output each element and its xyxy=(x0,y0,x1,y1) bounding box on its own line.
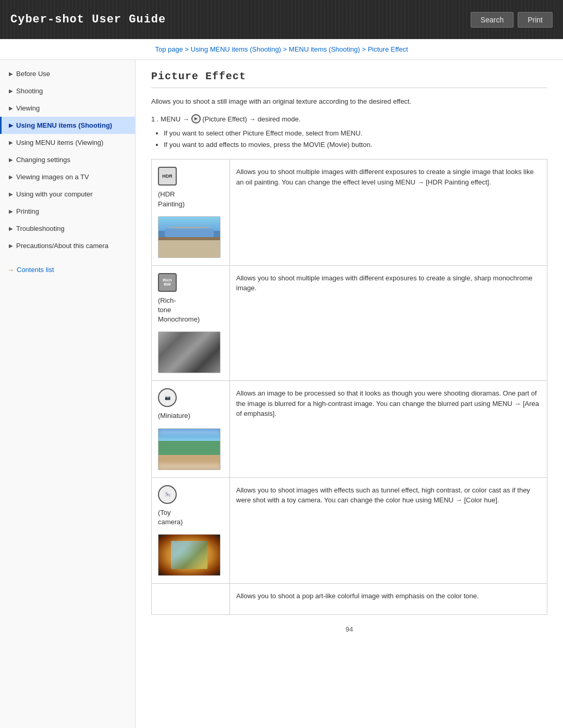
effect-cell-left-toy: 🎠 (Toycamera) xyxy=(152,477,230,583)
search-button[interactable]: Search xyxy=(471,12,513,28)
sidebar-item-shooting[interactable]: ▶ Shooting xyxy=(0,82,135,100)
header-buttons: Search Print xyxy=(471,12,553,28)
sidebar-item-label: Troubleshooting xyxy=(16,225,65,232)
arrow-icon: ▶ xyxy=(9,208,13,214)
page-number: 94 xyxy=(151,620,547,638)
arrow-icon: ▶ xyxy=(9,105,13,111)
sidebar-item-label: Before Use xyxy=(16,70,50,78)
hdr-description: Allows you to shoot multiple images with… xyxy=(236,168,534,186)
toy-image xyxy=(158,534,221,576)
bullet-item: If you want to select other Picture Effe… xyxy=(164,128,547,139)
print-button[interactable]: Print xyxy=(518,12,553,28)
sidebar-item-precautions[interactable]: ▶ Precautions/About this camera xyxy=(0,237,135,254)
sidebar-item-viewing-images-tv[interactable]: ▶ Viewing images on a TV xyxy=(0,168,135,186)
intro-text: Allows you to shoot a still image with a… xyxy=(151,96,547,107)
arrow-icon: ▶ xyxy=(9,140,13,145)
sidebar-item-troubleshooting[interactable]: ▶ Troubleshooting xyxy=(0,220,135,237)
table-row: Rich BW (Rich-toneMonochrome) Allows you… xyxy=(152,265,547,381)
breadcrumb-sep2: > xyxy=(283,45,289,53)
sidebar-item-printing[interactable]: ▶ Printing xyxy=(0,203,135,220)
arrow-icon: ▶ xyxy=(9,122,13,128)
sidebar-item-label: Printing xyxy=(16,207,39,215)
effect-icon-area-mono: Rich BW (Rich-toneMonochrome) xyxy=(158,273,223,374)
arrow-icon: ▶ xyxy=(9,88,13,94)
page-header: Cyber-shot User Guide Search Print xyxy=(0,0,563,39)
arrow-icon: ▶ xyxy=(9,71,13,77)
effect-cell-right-mono: Allows you to shoot multiple images with… xyxy=(230,265,547,381)
sidebar-item-before-use[interactable]: ▶ Before Use xyxy=(0,65,135,82)
mini-description: Allows an image to be processed so that … xyxy=(236,389,539,417)
contents-list-link[interactable]: → Contents list xyxy=(0,261,135,279)
bullets-list: If you want to select other Picture Effe… xyxy=(164,128,547,151)
effects-table: HDR (HDRPainting) xyxy=(151,159,547,615)
mini-label: (Miniature) xyxy=(158,411,190,421)
step-number: 1 . MENU xyxy=(151,115,182,123)
menu-icon: ▶ xyxy=(191,114,201,124)
popart-description: Allows you to shoot a pop art-like color… xyxy=(236,592,479,600)
step-arrow1: → xyxy=(182,115,191,123)
mini-image xyxy=(158,428,221,470)
breadcrumb-sep1: > xyxy=(185,45,191,53)
arrow-icon: ▶ xyxy=(9,243,13,249)
arrow-icon: ▶ xyxy=(9,157,13,163)
breadcrumb: Top page > Using MENU items (Shooting) >… xyxy=(0,39,563,60)
mono-label: (Rich-toneMonochrome) xyxy=(158,296,200,325)
sidebar-item-changing-settings[interactable]: ▶ Changing settings xyxy=(0,151,135,168)
effect-cell-left-mini: 📷 (Miniature) xyxy=(152,381,230,477)
sidebar-item-using-menu-viewing[interactable]: ▶ Using MENU items (Viewing) xyxy=(0,134,135,151)
mono-description: Allows you to shoot multiple images with… xyxy=(236,274,532,292)
effect-cell-right-hdr: Allows you to shoot multiple images with… xyxy=(230,159,547,265)
effect-cell-right-popart: Allows you to shoot a pop art-like color… xyxy=(230,583,547,614)
toy-description: Allows you to shoot images with effects … xyxy=(236,486,530,504)
contents-arrow-icon: → xyxy=(7,266,14,274)
contents-link-label: Contents list xyxy=(17,266,54,274)
effect-cell-left-mono: Rich BW (Rich-toneMonochrome) xyxy=(152,265,230,381)
arrow-icon: ▶ xyxy=(9,191,13,197)
breadcrumb-link-menu-items[interactable]: MENU items (Shooting) xyxy=(289,45,360,53)
step-mid: (Picture Effect) → desired mode. xyxy=(202,115,300,123)
effect-cell-left-popart xyxy=(152,583,230,614)
sidebar-item-label: Viewing images on a TV xyxy=(16,173,89,181)
bullet-item: If you want to add effects to movies, pr… xyxy=(164,139,547,151)
sidebar-item-label: Shooting xyxy=(16,87,43,95)
breadcrumb-link-using-menu[interactable]: Using MENU items (Shooting) xyxy=(191,45,281,53)
app-title: Cyber-shot User Guide xyxy=(10,13,166,26)
sidebar-item-using-menu-shooting[interactable]: ▶ Using MENU items (Shooting) xyxy=(0,117,135,134)
effect-icon-area-hdr: HDR (HDRPainting) xyxy=(158,167,223,257)
effect-cell-left-hdr: HDR (HDRPainting) xyxy=(152,159,230,265)
table-row: HDR (HDRPainting) xyxy=(152,159,547,265)
main-layout: ▶ Before Use ▶ Shooting ▶ Viewing ▶ Usin… xyxy=(0,60,563,728)
sidebar-item-label: Using MENU items (Viewing) xyxy=(16,139,103,146)
sidebar-item-using-with-computer[interactable]: ▶ Using with your computer xyxy=(0,186,135,203)
sidebar-item-label: Changing settings xyxy=(16,156,70,164)
mono-image xyxy=(158,331,221,373)
effect-cell-right-toy: Allows you to shoot images with effects … xyxy=(230,477,547,583)
content-area: Picture Effect Allows you to shoot a sti… xyxy=(136,60,563,728)
effect-cell-right-mini: Allows an image to be processed so that … xyxy=(230,381,547,477)
arrow-icon: ▶ xyxy=(9,174,13,180)
breadcrumb-link-picture-effect[interactable]: Picture Effect xyxy=(368,45,408,53)
breadcrumb-link-top[interactable]: Top page xyxy=(155,45,183,53)
table-row: 🎠 (Toycamera) Allows you to shoot images… xyxy=(152,477,547,583)
sidebar-item-label: Viewing xyxy=(16,104,40,112)
table-row: 📷 (Miniature) xyxy=(152,381,547,477)
toy-icon: 🎠 xyxy=(158,485,177,504)
hdr-icon: HDR xyxy=(158,167,177,186)
hdr-label: (HDRPainting) xyxy=(158,190,185,208)
mini-icon: 📷 xyxy=(158,388,177,407)
page-title: Picture Effect xyxy=(151,70,547,88)
effect-icon-area-toy: 🎠 (Toycamera) xyxy=(158,485,223,576)
toy-label: (Toycamera) xyxy=(158,508,183,527)
mono-icon: Rich BW xyxy=(158,273,177,292)
table-row: Allows you to shoot a pop art-like color… xyxy=(152,583,547,614)
step1-text: 1 . MENU → ▶ (Picture Effect) → desired … xyxy=(151,114,547,125)
effect-icon-area-mini: 📷 (Miniature) xyxy=(158,388,223,470)
arrow-icon: ▶ xyxy=(9,226,13,231)
sidebar-item-label: Using with your computer xyxy=(16,190,93,198)
hdr-image xyxy=(158,216,221,258)
breadcrumb-sep3: > xyxy=(362,45,368,53)
sidebar-item-label: Using MENU items (Shooting) xyxy=(16,121,112,129)
sidebar: ▶ Before Use ▶ Shooting ▶ Viewing ▶ Usin… xyxy=(0,60,136,728)
sidebar-item-viewing[interactable]: ▶ Viewing xyxy=(0,100,135,117)
sidebar-item-label: Precautions/About this camera xyxy=(16,242,108,250)
